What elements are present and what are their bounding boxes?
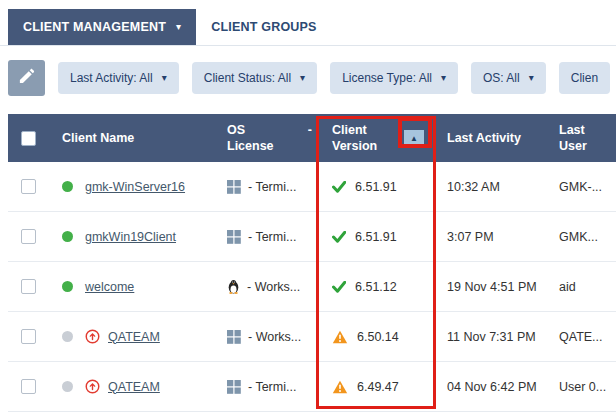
sort-ascending-icon: ▲ [410, 134, 418, 143]
table-row: welcome - Works... 6.51.12 19 Nov 4:51 P… [8, 262, 616, 312]
last-user-text: User 0... [559, 380, 606, 394]
windows-icon [227, 230, 241, 244]
license-type-text: - Works... [247, 280, 300, 294]
client-version-text: 6.50.14 [357, 330, 399, 344]
upgrade-available-icon [85, 329, 100, 344]
row-cell-client-name: QATEAM [50, 329, 215, 344]
row-cell-os-license: - Termi... [215, 230, 320, 244]
table-row: QATEAM - Termi... 6.49.47 04 Nov 6:42 PM… [8, 362, 616, 412]
license-header-label: License [227, 139, 274, 153]
last-user-text: GMK-... [559, 180, 602, 194]
status-offline-icon [62, 381, 73, 392]
row-checkbox[interactable] [21, 229, 36, 244]
row-cell-last-user: User 0... [547, 380, 616, 394]
last-activity-header-label: Last Activity [447, 131, 521, 145]
header-cell-last-user[interactable]: Last User [547, 122, 616, 155]
filter-os-label: OS: All [483, 71, 520, 85]
column-divider-dash: - [308, 122, 312, 138]
row-cell-checkbox [8, 379, 50, 394]
row-cell-client-version: 6.49.47 [320, 380, 435, 394]
row-cell-os-license: - Termi... [215, 180, 320, 194]
row-cell-last-activity: 04 Nov 6:42 PM [435, 380, 547, 394]
check-icon [332, 231, 346, 243]
client-version-text: 6.51.91 [355, 180, 397, 194]
client-version-text: 6.51.12 [355, 280, 397, 294]
chevron-down-icon: ▾ [300, 73, 305, 83]
linux-penguin-icon [227, 279, 240, 294]
windows-icon [227, 330, 241, 344]
last-activity-text: 19 Nov 4:51 PM [447, 280, 537, 294]
row-cell-client-name: QATEAM [50, 379, 215, 394]
header-cell-client-version[interactable]: Client Version ▲ [320, 122, 435, 155]
check-icon [332, 281, 346, 293]
client-name-link[interactable]: gmk-WinServer16 [85, 180, 185, 194]
tab-bar: CLIENT MANAGEMENT ▾ CLIENT GROUPS [0, 0, 616, 46]
row-cell-client-version: 6.50.14 [320, 330, 435, 344]
row-cell-last-activity: 10:32 AM [435, 180, 547, 194]
warning-triangle-icon [332, 330, 348, 344]
row-cell-client-name: welcome [50, 280, 215, 294]
check-icon [332, 181, 346, 193]
client-name-link[interactable]: QATEAM [108, 380, 160, 394]
last-user-text: GMK... [559, 230, 598, 244]
last-user-text: QATE... [559, 330, 603, 344]
chevron-down-icon: ▾ [176, 22, 181, 32]
filter-os[interactable]: OS: All ▾ [471, 62, 546, 94]
license-type-text: - Termi... [248, 380, 296, 394]
header-cell-checkbox [8, 131, 50, 146]
row-cell-last-user: GMK... [547, 230, 616, 244]
row-cell-os-license: - Works... [215, 279, 320, 294]
filter-client-version[interactable]: Clien [559, 62, 610, 94]
row-checkbox[interactable] [21, 279, 36, 294]
row-cell-client-version: 6.51.91 [320, 180, 435, 194]
last-activity-text: 04 Nov 6:42 PM [447, 380, 537, 394]
row-cell-last-user: aid [547, 280, 616, 294]
tab-client-management-label: CLIENT MANAGEMENT [23, 20, 166, 34]
header-cell-client-name[interactable]: Client Name [50, 131, 215, 145]
chevron-down-icon: ▾ [529, 73, 534, 83]
filter-client-status[interactable]: Client Status: All ▾ [192, 62, 317, 94]
chevron-down-icon: ▾ [441, 73, 446, 83]
row-checkbox[interactable] [21, 179, 36, 194]
row-cell-client-version: 6.51.12 [320, 280, 435, 294]
filter-last-activity[interactable]: Last Activity: All ▾ [58, 62, 179, 94]
sort-ascending-button[interactable]: ▲ [404, 130, 424, 147]
license-type-text: - Works... [248, 330, 301, 344]
row-cell-checkbox [8, 329, 50, 344]
table-row: gmkWin19Client - Termi... 6.51.91 3:07 P… [8, 212, 616, 262]
last-user-header-label: Last User [559, 122, 595, 155]
upgrade-available-icon [85, 379, 100, 394]
filter-license-type-label: License Type: All [342, 71, 432, 85]
license-type-text: - Termi... [248, 180, 296, 194]
status-online-icon [62, 231, 73, 242]
client-version-text: 6.49.47 [357, 380, 399, 394]
table-header-row: Client Name OS - License Client Version … [8, 114, 616, 162]
client-name-header-label: Client Name [62, 131, 134, 145]
table-row: gmk-WinServer16 - Termi... 6.51.91 10:32… [8, 162, 616, 212]
client-name-link[interactable]: welcome [85, 280, 134, 294]
header-cell-os-license[interactable]: OS - License [215, 122, 320, 155]
filter-license-type[interactable]: License Type: All ▾ [330, 62, 458, 94]
edit-button[interactable] [8, 60, 45, 96]
last-activity-text: 3:07 PM [447, 230, 494, 244]
header-cell-last-activity[interactable]: Last Activity [435, 131, 547, 145]
filter-toolbar: Last Activity: All ▾ Client Status: All … [0, 46, 616, 114]
tab-client-groups[interactable]: CLIENT GROUPS [196, 9, 331, 45]
row-checkbox[interactable] [21, 379, 36, 394]
filter-last-activity-label: Last Activity: All [70, 71, 153, 85]
row-cell-last-user: QATE... [547, 330, 616, 344]
status-online-icon [62, 281, 73, 292]
license-type-text: - Termi... [248, 230, 296, 244]
tab-client-management[interactable]: CLIENT MANAGEMENT ▾ [8, 9, 196, 45]
select-all-checkbox[interactable] [21, 131, 36, 146]
row-cell-client-version: 6.51.91 [320, 230, 435, 244]
client-name-link[interactable]: QATEAM [108, 330, 160, 344]
filter-client-version-label: Clien [571, 71, 598, 85]
windows-icon [227, 380, 241, 394]
row-checkbox[interactable] [21, 329, 36, 344]
last-activity-text: 11 Nov 7:31 PM [447, 330, 536, 344]
windows-icon [227, 180, 241, 194]
row-cell-last-user: GMK-... [547, 180, 616, 194]
table-row: QATEAM - Works... 6.50.14 11 Nov 7:31 PM… [8, 312, 616, 362]
client-name-link[interactable]: gmkWin19Client [85, 230, 176, 244]
